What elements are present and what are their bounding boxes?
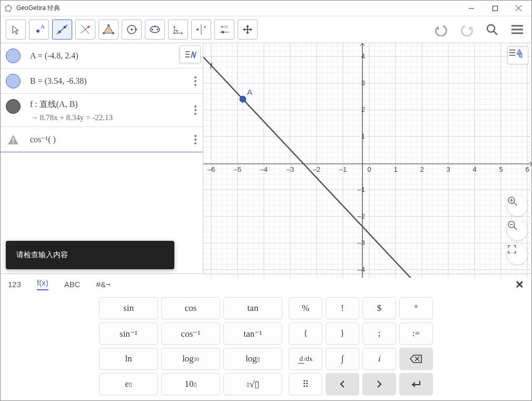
undo-button[interactable] bbox=[432, 21, 450, 38]
titlebar: GeoGebra 经典 bbox=[1, 1, 531, 16]
point-icon bbox=[6, 48, 21, 63]
key-cos[interactable]: cos bbox=[161, 297, 220, 319]
algebra-item-A[interactable]: A = (-4.8, 2.4) bbox=[1, 43, 203, 69]
tool-move-view[interactable] bbox=[238, 19, 258, 40]
graphics-view[interactable]: –6–5–4–3–2–10123456 –4–3–2–11234 f A bbox=[203, 43, 531, 273]
key-backspace[interactable] bbox=[399, 348, 433, 370]
svg-text:3: 3 bbox=[446, 165, 450, 173]
app-icon bbox=[4, 4, 13, 13]
window-title: GeoGebra 经典 bbox=[16, 4, 459, 13]
key-ddx[interactable]: d/dx bbox=[289, 348, 322, 370]
svg-point-3 bbox=[9, 10, 11, 12]
key-integral[interactable]: ∫ bbox=[326, 348, 359, 370]
kbd-close-button[interactable]: ✕ bbox=[515, 278, 524, 291]
svg-text:6: 6 bbox=[525, 165, 529, 173]
tooltip-text: 请检查输入内容 bbox=[16, 250, 68, 259]
key-enter[interactable] bbox=[399, 373, 433, 395]
key-degree[interactable]: ° bbox=[399, 297, 433, 319]
key-log10[interactable]: log10 bbox=[161, 348, 220, 370]
svg-text:–2: –2 bbox=[313, 165, 320, 173]
svg-text:1: 1 bbox=[361, 132, 365, 140]
svg-text:4: 4 bbox=[361, 52, 365, 60]
key-assign[interactable]: := bbox=[399, 322, 433, 345]
svg-text:2: 2 bbox=[420, 165, 423, 173]
style-bar-toggle[interactable] bbox=[507, 46, 528, 64]
error-tooltip: 请检查输入内容 bbox=[6, 241, 174, 269]
svg-text:A: A bbox=[247, 87, 252, 96]
key-ln[interactable]: ln bbox=[99, 348, 158, 370]
svg-text:–1: –1 bbox=[358, 185, 365, 193]
key-atan[interactable]: tan⁻¹ bbox=[223, 322, 282, 345]
svg-point-14 bbox=[64, 26, 66, 28]
svg-text:–4: –4 bbox=[358, 266, 365, 273]
svg-point-4 bbox=[6, 10, 7, 12]
definition-text: B = (3.54, -6.38) bbox=[30, 76, 87, 86]
fullscreen-button[interactable] bbox=[507, 244, 527, 265]
tool-angle[interactable] bbox=[168, 19, 188, 40]
zoom-out-button[interactable] bbox=[507, 220, 527, 240]
tool-slider[interactable]: a=2 bbox=[214, 19, 234, 40]
item-menu-button[interactable] bbox=[194, 105, 196, 115]
key-fact[interactable]: ! bbox=[326, 297, 359, 319]
svg-point-5 bbox=[5, 6, 7, 8]
svg-text:–4: –4 bbox=[260, 165, 268, 173]
tool-reflect[interactable] bbox=[191, 19, 211, 40]
key-rbrace[interactable]: } bbox=[326, 322, 359, 345]
svg-point-32 bbox=[176, 30, 178, 31]
item-menu-button[interactable] bbox=[194, 135, 196, 144]
kbd-tab-sym[interactable]: #&¬ bbox=[96, 280, 111, 289]
tool-move[interactable] bbox=[6, 19, 26, 40]
key-logb[interactable]: log▯ bbox=[223, 348, 282, 370]
key-acos[interactable]: cos⁻¹ bbox=[161, 322, 220, 345]
svg-point-29 bbox=[173, 26, 175, 27]
key-lbrace[interactable]: { bbox=[289, 322, 322, 345]
tool-circle[interactable] bbox=[122, 19, 142, 40]
key-sin[interactable]: sin bbox=[99, 297, 158, 319]
svg-text:–5: –5 bbox=[234, 165, 241, 173]
algebra-item-B[interactable]: B = (3.54, -6.38) bbox=[1, 69, 203, 94]
line-icon bbox=[6, 99, 21, 114]
svg-point-19 bbox=[107, 24, 110, 26]
key-10pow[interactable]: 10▯ bbox=[161, 373, 220, 395]
close-button[interactable] bbox=[507, 1, 530, 16]
key-asin[interactable]: sin⁻¹ bbox=[99, 322, 158, 345]
svg-text:2: 2 bbox=[361, 105, 365, 113]
kbd-tab-fx[interactable]: f(x) bbox=[37, 278, 48, 290]
input-text: cos⁻¹( ) bbox=[30, 134, 56, 144]
tool-ellipse[interactable] bbox=[145, 19, 165, 40]
menu-button[interactable] bbox=[508, 21, 526, 38]
tool-polygon[interactable] bbox=[98, 19, 119, 40]
tool-point[interactable]: A bbox=[29, 19, 49, 40]
kbd-tab-123[interactable]: 123 bbox=[8, 280, 21, 289]
key-i[interactable]: 𝑖 bbox=[362, 348, 396, 370]
key-epow[interactable]: e▯ bbox=[99, 373, 158, 395]
svg-text:a=2: a=2 bbox=[221, 24, 228, 29]
key-dollar[interactable]: $ bbox=[362, 297, 396, 319]
tool-perpendicular[interactable] bbox=[75, 19, 95, 40]
search-button[interactable] bbox=[483, 21, 501, 38]
svg-text:5: 5 bbox=[499, 165, 503, 173]
svg-point-1 bbox=[8, 5, 9, 6]
redo-button[interactable] bbox=[458, 21, 476, 38]
key-semicolon[interactable]: ; bbox=[362, 322, 396, 345]
algebra-item-f[interactable]: f : 直线(A, B) → 8.78x + 8.34y = -22.13 bbox=[1, 94, 203, 127]
zoom-in-button[interactable] bbox=[507, 196, 527, 216]
svg-text:1: 1 bbox=[393, 165, 397, 173]
algebra-input-row[interactable]: cos⁻¹( ) bbox=[1, 127, 203, 152]
maximize-button[interactable] bbox=[483, 1, 507, 16]
key-right[interactable] bbox=[362, 373, 396, 395]
key-nthroot[interactable]: ▯√▯ bbox=[223, 373, 282, 395]
key-left[interactable] bbox=[326, 373, 359, 395]
svg-point-20 bbox=[112, 32, 114, 34]
svg-point-17 bbox=[87, 26, 90, 28]
svg-line-12 bbox=[57, 25, 67, 34]
minimize-button[interactable] bbox=[459, 1, 483, 16]
key-percent[interactable]: % bbox=[289, 297, 322, 319]
item-menu-button[interactable] bbox=[194, 76, 196, 86]
kbd-tab-abc[interactable]: ABC bbox=[64, 280, 81, 289]
svg-rect-47 bbox=[13, 138, 14, 141]
tool-line[interactable] bbox=[52, 19, 72, 40]
svg-text:–3: –3 bbox=[287, 165, 294, 173]
key-more[interactable]: ⠿ bbox=[289, 373, 322, 395]
key-tan[interactable]: tan bbox=[223, 297, 282, 319]
